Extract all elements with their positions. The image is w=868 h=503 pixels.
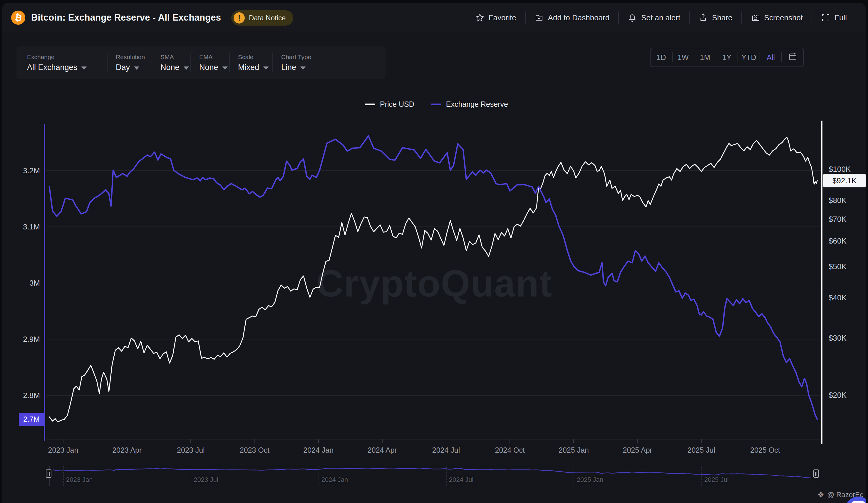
- navigator-tick-label: 2025 Jan: [577, 476, 603, 484]
- chart-plot-area[interactable]: [46, 124, 822, 439]
- x-axis-tick: [382, 440, 383, 443]
- chart-legend: Price USDExchange Reserve: [2, 100, 866, 109]
- range-option-1w[interactable]: 1W: [673, 53, 694, 62]
- control-resolution[interactable]: ResolutionDay: [107, 53, 152, 72]
- bitcoin-icon: ₿: [11, 11, 25, 25]
- y-right-tick-label: $20K: [829, 391, 847, 400]
- header-action-favorite[interactable]: Favorite: [466, 13, 525, 22]
- navigator-tick-label: 2024 Jul: [449, 476, 473, 484]
- range-option-1d[interactable]: 1D: [651, 53, 672, 62]
- navigator-gridline: [191, 466, 191, 486]
- set-an-alert-icon: [628, 13, 637, 22]
- x-axis-tick: [318, 440, 319, 443]
- chevron-down-icon: [134, 67, 139, 70]
- control-exchange[interactable]: ExchangeAll Exchanges: [19, 53, 107, 72]
- x-axis-tick-label: 2023 Apr: [101, 446, 153, 454]
- y-left-tick-label: 2.9M: [13, 335, 40, 344]
- x-axis-tick-label: 2023 Oct: [228, 446, 281, 454]
- legend-swatch: [365, 103, 375, 105]
- y-right-tick-label: $50K: [829, 262, 847, 271]
- navigator-right-handle[interactable]: [813, 470, 819, 478]
- time-range-selector: 1D1W1M1YYTDAll: [650, 48, 804, 67]
- range-option-all[interactable]: All: [760, 53, 782, 62]
- control-value: Day: [116, 63, 143, 72]
- control-sma[interactable]: SMANone: [152, 53, 190, 72]
- navigator-gridline: [701, 466, 702, 486]
- current-reserve-badge: 2.7M: [19, 413, 44, 426]
- control-scale[interactable]: ScaleMixed: [230, 53, 272, 72]
- control-label: SMA: [161, 53, 182, 61]
- control-value-text: Line: [281, 63, 296, 72]
- chart-controls-panel: ExchangeAll ExchangesResolutionDaySMANon…: [17, 47, 385, 79]
- navigator-tick-label: 2024 Jan: [321, 476, 348, 484]
- x-axis-tick-label: 2024 Apr: [356, 446, 409, 454]
- y-left-tick-label: 3M: [13, 279, 40, 288]
- navigator-tick-label: 2025 Jul: [704, 476, 729, 484]
- legend-label: Exchange Reserve: [446, 100, 508, 109]
- control-value-text: All Exchanges: [27, 63, 77, 72]
- header-action-screenshot[interactable]: Screenshot: [742, 13, 812, 22]
- header-action-set-an-alert[interactable]: Set an alert: [619, 13, 689, 22]
- legend-item-price-usd[interactable]: Price USD: [365, 100, 414, 109]
- calendar-button[interactable]: [782, 52, 803, 63]
- watermark-credit: ❖ @ RazorEc: [746, 490, 863, 500]
- x-axis-tick-label: 2025 Oct: [739, 446, 792, 454]
- control-label: Chart Type: [281, 53, 312, 61]
- page-title: Bitcoin: Exchange Reserve - All Exchange…: [31, 3, 221, 32]
- range-option-1y[interactable]: 1Y: [716, 53, 738, 62]
- control-label: Exchange: [27, 53, 99, 61]
- control-ema[interactable]: EMANone: [191, 53, 229, 72]
- control-value: Line: [281, 63, 312, 72]
- x-axis-tick-label: 2025 Jul: [675, 446, 728, 454]
- diamond-logo-icon: ❖: [817, 490, 824, 500]
- share-icon: [699, 13, 708, 22]
- header-action-label: Favorite: [489, 13, 516, 22]
- x-axis-tick: [637, 440, 638, 443]
- x-axis-tick-label: 2023 Jan: [37, 446, 90, 454]
- header-action-label: Screenshot: [764, 13, 803, 22]
- control-value-text: Mixed: [238, 63, 259, 72]
- data-notice-badge[interactable]: ! Data Notice: [231, 10, 293, 26]
- control-value-text: None: [199, 63, 218, 72]
- navigator-tick-label: 2023 Jan: [66, 476, 93, 484]
- y-right-tick-label: $70K: [829, 215, 847, 224]
- header-bar: ₿ Bitcoin: Exchange Reserve - All Exchan…: [2, 3, 866, 32]
- range-option-ytd[interactable]: YTD: [738, 53, 760, 62]
- navigator-gridline: [574, 466, 574, 486]
- cryptoquant-chart-page: ₿ Bitcoin: Exchange Reserve - All Exchan…: [2, 3, 866, 503]
- chevron-down-icon: [184, 67, 189, 70]
- x-axis-tick: [255, 440, 255, 443]
- y-right-tick-label: $60K: [829, 237, 847, 245]
- favorite-icon: [475, 13, 485, 22]
- navigator-left-handle[interactable]: [46, 470, 51, 478]
- calendar-icon: [788, 52, 797, 61]
- header-action-share[interactable]: Share: [690, 13, 741, 22]
- control-value-text: None: [161, 63, 179, 72]
- navigator-gridline: [446, 466, 447, 486]
- y-right-tick-label: $80K: [829, 196, 847, 205]
- control-chart-type[interactable]: Chart TypeLine: [273, 53, 320, 72]
- range-option-1m[interactable]: 1M: [694, 53, 716, 62]
- full-icon: [821, 13, 830, 22]
- header-action-add-to-dashboard[interactable]: Add to Dashboard: [526, 13, 619, 22]
- x-axis-line: [46, 439, 822, 440]
- control-value: All Exchanges: [27, 63, 99, 72]
- y-right-tick-label: $40K: [829, 293, 847, 302]
- x-axis-tick: [573, 440, 574, 443]
- chat-bubble-icon: [851, 501, 865, 503]
- header-action-full[interactable]: Full: [812, 13, 856, 22]
- y-right-tick-label: $30K: [829, 334, 847, 343]
- screenshot-icon: [751, 13, 760, 22]
- data-notice-label: Data Notice: [249, 14, 286, 22]
- header-action-label: Full: [835, 13, 847, 22]
- x-axis-tick-label: 2024 Oct: [483, 446, 536, 454]
- x-axis-tick: [127, 440, 127, 443]
- control-label: EMA: [199, 53, 221, 61]
- chevron-down-icon: [81, 67, 87, 70]
- x-axis-tick-label: 2024 Jul: [420, 446, 473, 454]
- x-axis-tick-label: 2023 Jul: [164, 446, 217, 454]
- legend-item-exchange-reserve[interactable]: Exchange Reserve: [431, 100, 508, 109]
- x-axis-tick: [509, 440, 510, 443]
- header-action-label: Add to Dashboard: [548, 13, 610, 22]
- x-axis-tick: [765, 440, 765, 443]
